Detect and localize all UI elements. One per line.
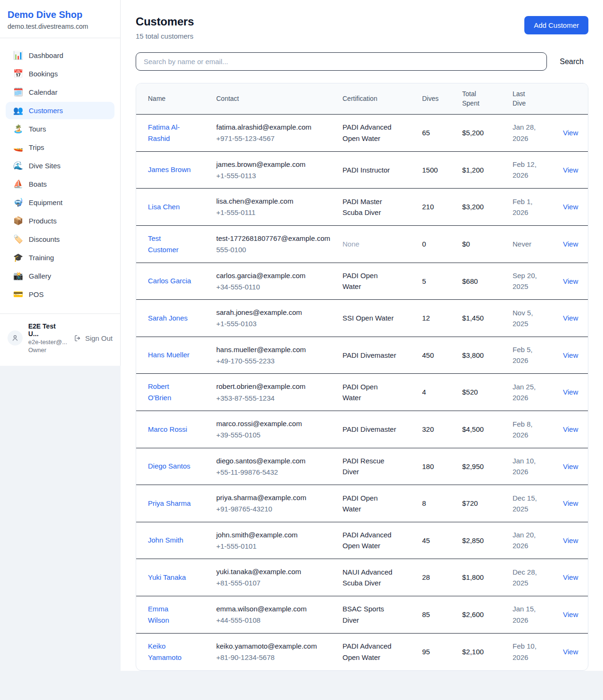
- view-link[interactable]: View: [563, 536, 578, 544]
- sidebar-item-products[interactable]: 📦 Products: [6, 212, 114, 230]
- sidebar-item-label: Dashboard: [29, 51, 63, 59]
- sidebar-item-label: Tours: [29, 125, 46, 133]
- sidebar-item-gallery[interactable]: 📸 Gallery: [6, 267, 114, 285]
- table-row: Sarah Jones sarah.jones@example.com +1-5…: [136, 300, 588, 337]
- customer-email: diego.santos@example.com: [216, 455, 331, 466]
- search-input[interactable]: [136, 52, 547, 71]
- sidebar-item-trips[interactable]: 🚤 Trips: [6, 139, 114, 156]
- view-link[interactable]: View: [563, 277, 578, 285]
- sidebar-item-label: Customers: [29, 107, 63, 115]
- customer-name-link[interactable]: James Brown: [148, 164, 191, 175]
- search-bar: Search: [136, 52, 588, 71]
- customer-name-link[interactable]: Keiko Yamamoto: [148, 641, 191, 663]
- customer-name-link[interactable]: Lisa Chen: [148, 201, 180, 213]
- customer-name-link[interactable]: John Smith: [148, 535, 183, 546]
- customer-total-spent: $4,500: [456, 411, 507, 448]
- customer-name-link[interactable]: Robert O'Brien: [148, 381, 191, 404]
- view-link[interactable]: View: [563, 462, 578, 470]
- customer-name-link[interactable]: Sarah Jones: [148, 313, 187, 324]
- sidebar-user-footer: E2E Test U... e2e-tester@... Owner Sign …: [0, 313, 120, 366]
- view-link[interactable]: View: [563, 648, 578, 656]
- customer-name-link[interactable]: Yuki Tanaka: [148, 572, 186, 583]
- sidebar-item-discounts[interactable]: 🏷️ Discounts: [6, 231, 114, 248]
- table-row: Robert O'Brien robert.obrien@example.com…: [136, 374, 588, 411]
- table-row: Emma Wilson emma.wilson@example.com +44-…: [136, 596, 588, 633]
- sidebar-nav: 📊 Dashboard 📅 Bookings 🗓️ Calendar 👥 Cus…: [0, 38, 120, 308]
- customer-name-link[interactable]: Test Customer: [148, 233, 191, 255]
- sidebar-item-customers[interactable]: 👥 Customers: [6, 102, 114, 119]
- customer-certification: NAUI Advanced Scuba Diver: [342, 567, 397, 589]
- customer-name-link[interactable]: Marco Rossi: [148, 424, 187, 435]
- customer-name-link[interactable]: Hans Mueller: [148, 349, 189, 361]
- customer-last-dive: Feb 12, 2026: [513, 159, 539, 181]
- customer-phone: +91-98765-43210: [216, 503, 331, 514]
- column-header-last-dive: Last Dive: [507, 83, 557, 114]
- customer-total-spent: $1,450: [456, 300, 507, 337]
- customer-count: 15 total customers: [136, 32, 194, 40]
- customer-dives: 95: [416, 633, 456, 670]
- customer-total-spent: $520: [456, 374, 507, 411]
- add-customer-button[interactable]: Add Customer: [524, 16, 588, 34]
- customer-last-dive: Jan 20, 2026: [513, 529, 539, 552]
- sidebar-item-training[interactable]: 🎓 Training: [6, 249, 114, 266]
- customer-email: emma.wilson@example.com: [216, 603, 331, 614]
- view-link[interactable]: View: [563, 573, 578, 581]
- customer-email: lisa.chen@example.com: [216, 196, 331, 206]
- sidebar-item-bookings[interactable]: 📅 Bookings: [6, 65, 114, 82]
- view-link[interactable]: View: [563, 166, 578, 174]
- view-link[interactable]: View: [563, 425, 578, 433]
- customer-dives: 210: [416, 189, 456, 226]
- sidebar-item-pos[interactable]: 💳 POS: [6, 286, 114, 303]
- customer-last-dive: Dec 15, 2025: [513, 493, 539, 515]
- sidebar-item-dashboard[interactable]: 📊 Dashboard: [6, 47, 114, 64]
- customer-last-dive: Jan 28, 2026: [513, 122, 539, 144]
- column-header-certification: Certification: [337, 83, 416, 114]
- view-link[interactable]: View: [563, 129, 578, 137]
- search-button[interactable]: Search: [559, 56, 588, 68]
- customers-icon: 👥: [13, 107, 23, 115]
- equipment-icon: 🤿: [13, 198, 23, 206]
- customer-email: fatima.alrashid@example.com: [216, 122, 331, 132]
- customer-phone: +49-170-555-2233: [216, 355, 331, 366]
- customer-total-spent: $3,200: [456, 189, 507, 226]
- customer-phone: +81-90-1234-5678: [216, 652, 331, 663]
- customer-name-link[interactable]: Fatima Al-Rashid: [148, 122, 191, 144]
- view-link[interactable]: View: [563, 314, 578, 322]
- shop-name-link[interactable]: Demo Dive Shop: [8, 9, 113, 20]
- view-link[interactable]: View: [563, 610, 578, 618]
- customer-name-link[interactable]: Emma Wilson: [148, 603, 191, 626]
- sidebar-item-dive-sites[interactable]: 🌊 Dive Sites: [6, 157, 114, 174]
- customer-name-link[interactable]: Carlos Garcia: [148, 275, 191, 287]
- view-link[interactable]: View: [563, 351, 578, 359]
- training-icon: 🎓: [13, 254, 23, 262]
- sidebar-item-equipment[interactable]: 🤿 Equipment: [6, 194, 114, 211]
- view-link[interactable]: View: [563, 240, 578, 248]
- customer-last-dive: Feb 10, 2026: [513, 641, 539, 663]
- view-link[interactable]: View: [563, 499, 578, 507]
- customer-certification: PADI Master Scuba Diver: [342, 196, 397, 218]
- user-name: E2E Test U...: [28, 322, 68, 338]
- column-header-name: Name: [136, 83, 211, 114]
- sign-out-icon: [73, 334, 81, 342]
- customer-name-link[interactable]: Diego Santos: [148, 461, 190, 472]
- sidebar-item-label: Training: [29, 254, 54, 262]
- boats-icon: ⛵: [13, 180, 23, 188]
- sidebar-item-label: Products: [29, 217, 57, 225]
- customer-certification: PADI Advanced Open Water: [342, 641, 397, 663]
- sidebar-item-boats[interactable]: ⛵ Boats: [6, 175, 114, 193]
- customer-total-spent: $680: [456, 263, 507, 300]
- customer-last-dive: Never: [513, 239, 531, 249]
- customer-last-dive: Jan 15, 2026: [513, 603, 539, 626]
- table-row: James Brown james.brown@example.com +1-5…: [136, 151, 588, 189]
- sidebar-item-tours[interactable]: 🏝️ Tours: [6, 120, 114, 138]
- customer-name-link[interactable]: Priya Sharma: [148, 498, 191, 509]
- sidebar: Demo Dive Shop demo.test.divestreams.com…: [0, 0, 121, 366]
- view-link[interactable]: View: [563, 388, 578, 396]
- sidebar-item-label: Trips: [29, 143, 44, 151]
- customer-phone: +1-555-0101: [216, 541, 331, 552]
- customer-total-spent: $3,800: [456, 337, 507, 374]
- view-link[interactable]: View: [563, 203, 578, 211]
- sidebar-item-calendar[interactable]: 🗓️ Calendar: [6, 83, 114, 101]
- sign-out-button[interactable]: Sign Out: [73, 334, 113, 342]
- pos-icon: 💳: [13, 290, 23, 298]
